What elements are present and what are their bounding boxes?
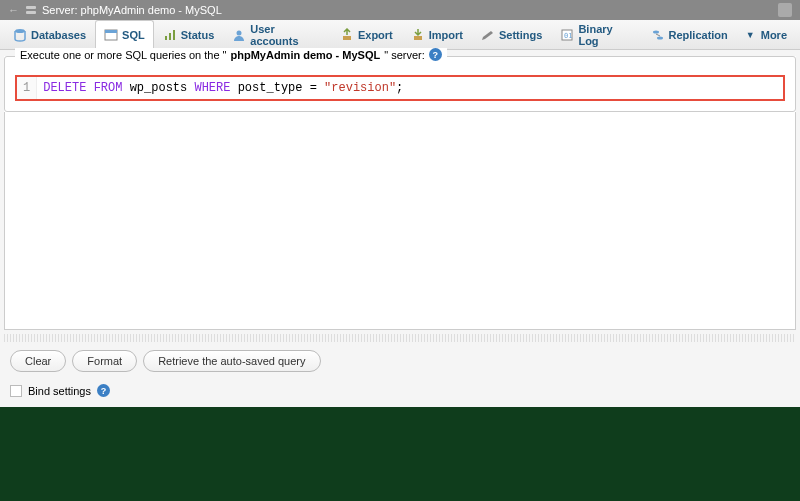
bind-settings-label: Bind settings	[28, 385, 91, 397]
sql-column: post_type =	[230, 81, 324, 95]
users-icon	[232, 28, 246, 42]
tab-label: Replication	[669, 29, 728, 41]
tab-label: Import	[429, 29, 463, 41]
tab-more[interactable]: ▼ More	[737, 20, 796, 49]
svg-rect-1	[26, 11, 36, 14]
svg-point-8	[237, 31, 242, 36]
tab-label: Settings	[499, 29, 542, 41]
svg-rect-0	[26, 6, 36, 9]
sql-keyword: FROM	[94, 81, 123, 95]
import-icon	[411, 28, 425, 42]
sql-fieldset: Execute one or more SQL queries on the "…	[4, 56, 796, 112]
svg-text:01: 01	[564, 32, 572, 40]
binlog-icon: 01	[560, 28, 574, 42]
tab-import[interactable]: Import	[402, 20, 472, 49]
tab-settings[interactable]: Settings	[472, 20, 551, 49]
legend-prefix: Execute one or more SQL queries on the "	[20, 49, 227, 61]
sql-code-line[interactable]: DELETE FROM wp_posts WHERE post_type = "…	[37, 77, 409, 99]
sql-string: "revision"	[324, 81, 396, 95]
server-icon	[24, 3, 38, 17]
sql-icon	[104, 28, 118, 42]
panel-toggle-icon[interactable]	[778, 3, 792, 17]
svg-rect-4	[105, 30, 117, 33]
tab-databases[interactable]: Databases	[4, 20, 95, 49]
footer-area	[0, 407, 800, 501]
svg-rect-9	[343, 36, 351, 40]
breadcrumb-chevron-icon: ←	[8, 4, 19, 16]
sql-keyword: DELETE	[43, 81, 86, 95]
svg-point-13	[653, 31, 659, 34]
breadcrumb-server[interactable]: phpMyAdmin demo - MySQL	[81, 4, 222, 16]
sql-panel: Execute one or more SQL queries on the "…	[4, 56, 796, 112]
more-caret-icon: ▼	[746, 30, 755, 40]
breadcrumb-bar: ← Server: phpMyAdmin demo - MySQL	[0, 0, 800, 20]
breadcrumb-prefix: Server:	[42, 4, 77, 16]
database-icon	[13, 28, 27, 42]
retrieve-autosaved-button[interactable]: Retrieve the auto-saved query	[143, 350, 320, 372]
resize-handle[interactable]	[4, 334, 796, 342]
line-number-gutter: 1	[17, 77, 37, 99]
tab-binary-log[interactable]: 01 Binary Log	[551, 20, 641, 49]
tab-export[interactable]: Export	[331, 20, 402, 49]
line-number: 1	[23, 81, 30, 95]
legend-suffix: " server:	[384, 49, 425, 61]
settings-icon	[481, 28, 495, 42]
svg-rect-7	[173, 30, 175, 40]
tab-label: Binary Log	[578, 23, 632, 47]
export-icon	[340, 28, 354, 42]
replication-icon	[651, 28, 665, 42]
tab-replication[interactable]: Replication	[642, 20, 737, 49]
tab-label: SQL	[122, 29, 145, 41]
svg-point-2	[15, 29, 25, 33]
svg-point-14	[657, 37, 663, 40]
svg-rect-6	[169, 33, 171, 40]
tab-sql[interactable]: SQL	[95, 20, 154, 50]
svg-rect-5	[165, 36, 167, 40]
editor-whitespace[interactable]	[4, 112, 796, 330]
help-icon[interactable]: ?	[429, 48, 442, 61]
sql-keyword: WHERE	[194, 81, 230, 95]
tab-label: Export	[358, 29, 393, 41]
tab-bar: Databases SQL Status User accounts Expor…	[0, 20, 800, 50]
help-icon[interactable]: ?	[97, 384, 110, 397]
tab-status[interactable]: Status	[154, 20, 224, 49]
bind-settings-row: Bind settings ?	[0, 380, 800, 407]
bind-settings-checkbox[interactable]	[10, 385, 22, 397]
clear-button[interactable]: Clear	[10, 350, 66, 372]
svg-rect-10	[414, 36, 422, 40]
sql-table: wp_posts	[122, 81, 194, 95]
sql-editor[interactable]: 1 DELETE FROM wp_posts WHERE post_type =…	[15, 75, 785, 101]
legend-server: phpMyAdmin demo - MySQL	[231, 49, 381, 61]
format-button[interactable]: Format	[72, 350, 137, 372]
tab-user-accounts[interactable]: User accounts	[223, 20, 331, 49]
tab-label: Status	[181, 29, 215, 41]
tab-label: More	[761, 29, 787, 41]
tab-label: User accounts	[250, 23, 322, 47]
tab-label: Databases	[31, 29, 86, 41]
fieldset-legend: Execute one or more SQL queries on the "…	[15, 48, 447, 61]
button-row: Clear Format Retrieve the auto-saved que…	[0, 342, 800, 380]
status-icon	[163, 28, 177, 42]
sql-terminator: ;	[396, 81, 403, 95]
